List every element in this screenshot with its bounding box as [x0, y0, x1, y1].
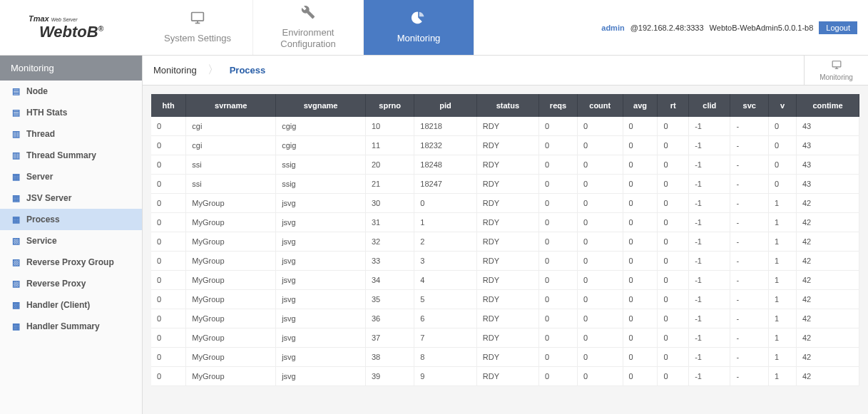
admin-user[interactable]: admin — [601, 24, 624, 32]
table-row[interactable]: 0ssissig2018248RDY0000-1-043 — [151, 155, 859, 175]
table-row[interactable]: 0MyGroupjsvg333RDY0000-1-142 — [151, 252, 859, 271]
cell-contime: 43 — [796, 117, 859, 136]
cell-sprno: 34 — [365, 271, 414, 290]
cell-svc: - — [730, 175, 769, 194]
cell-status: RDY — [476, 271, 538, 290]
breadcrumb-current: Process — [230, 65, 266, 76]
col-pid[interactable]: pid — [414, 94, 476, 117]
table-row[interactable]: 0MyGroupjsvg344RDY0000-1-142 — [151, 271, 859, 290]
cell-v: 1 — [769, 194, 797, 213]
sidebar-item-icon: ▤ — [11, 86, 21, 96]
cell-avg: 0 — [623, 271, 658, 290]
sidebar-item-node[interactable]: ▤Node — [0, 81, 142, 102]
table-row[interactable]: 0cgicgig1018218RDY0000-1-043 — [151, 117, 859, 136]
table-row[interactable]: 0MyGroupjsvg377RDY0000-1-142 — [151, 328, 859, 348]
col-reqs[interactable]: reqs — [539, 94, 578, 117]
table-row[interactable]: 0MyGroupjsvg366RDY0000-1-142 — [151, 309, 859, 328]
col-rt[interactable]: rt — [658, 94, 689, 117]
col-hth[interactable]: hth — [151, 94, 186, 117]
sidebar-item-thread-summary[interactable]: ▥Thread Summary — [0, 145, 142, 166]
breadcrumb: Monitoring 〉 Process — [143, 56, 804, 85]
cell-pid: 6 — [414, 309, 476, 328]
cell-svrname: MyGroup — [186, 232, 276, 252]
version-label: WebtoB-WebAdmin5.0.0.1-b8 — [710, 24, 814, 32]
cell-v: 1 — [769, 367, 797, 386]
cell-reqs: 0 — [539, 252, 578, 271]
table-row[interactable]: 0MyGroupjsvg399RDY0000-1-142 — [151, 367, 859, 386]
sidebar-item-label: Reverse Proxy Group — [26, 257, 114, 267]
cell-svrname: MyGroup — [186, 309, 276, 328]
table-row[interactable]: 0ssissig2118247RDY0000-1-043 — [151, 175, 859, 194]
col-svgname[interactable]: svgname — [276, 94, 366, 117]
col-svrname[interactable]: svrname — [186, 94, 276, 117]
col-svc[interactable]: svc — [730, 94, 769, 117]
cell-avg: 0 — [623, 194, 658, 213]
cell-pid: 8 — [414, 348, 476, 367]
col-v[interactable]: v — [769, 94, 797, 117]
cell-v: 1 — [769, 348, 797, 367]
cell-svgname: ssig — [276, 175, 366, 194]
breadcrumb-root[interactable]: Monitoring — [153, 65, 197, 76]
table-row[interactable]: 0MyGroupjsvg388RDY0000-1-142 — [151, 348, 859, 367]
cell-hth: 0 — [151, 271, 186, 290]
cell-clid: -1 — [689, 194, 730, 213]
table-row[interactable]: 0MyGroupjsvg300RDY0000-1-142 — [151, 194, 859, 213]
col-status[interactable]: status — [476, 94, 538, 117]
sidebar-item-handler-client-[interactable]: ▩Handler (Client) — [0, 294, 142, 316]
cell-clid: -1 — [689, 271, 730, 290]
cell-sprno: 30 — [365, 194, 414, 213]
table-container: hthsvrnamesvgnamesprnopidstatusreqscount… — [143, 86, 868, 395]
cell-hth: 0 — [151, 309, 186, 328]
cell-clid: -1 — [689, 175, 730, 194]
cell-count: 0 — [577, 232, 623, 252]
svg-rect-3 — [832, 61, 841, 66]
cell-status: RDY — [476, 175, 538, 194]
sidebar-item-reverse-proxy[interactable]: ▨Reverse Proxy — [0, 273, 142, 294]
table-row[interactable]: 0MyGroupjsvg355RDY0000-1-142 — [151, 290, 859, 309]
sidebar-item-hth-stats[interactable]: ▤HTH Stats — [0, 102, 142, 123]
cell-status: RDY — [476, 194, 538, 213]
monitoring-badge[interactable]: Monitoring — [804, 56, 868, 85]
cell-contime: 43 — [796, 175, 859, 194]
sidebar-item-server[interactable]: ▦Server — [0, 166, 142, 187]
cell-avg: 0 — [623, 252, 658, 271]
col-clid[interactable]: clid — [689, 94, 730, 117]
tab-environment-configuration[interactable]: Environment Configuration — [253, 0, 364, 55]
cell-svrname: cgi — [186, 136, 276, 155]
cell-reqs: 0 — [539, 271, 578, 290]
sidebar-item-service[interactable]: ▧Service — [0, 230, 142, 252]
table-row[interactable]: 0MyGroupjsvg311RDY0000-1-142 — [151, 213, 859, 232]
cell-svrname: MyGroup — [186, 290, 276, 309]
sidebar-item-handler-summary[interactable]: ▩Handler Summary — [0, 316, 142, 337]
sidebar-item-label: Node — [26, 86, 48, 96]
sidebar-item-reverse-proxy-group[interactable]: ▨Reverse Proxy Group — [0, 252, 142, 273]
col-count[interactable]: count — [577, 94, 623, 117]
table-row[interactable]: 0cgicgig1118232RDY0000-1-043 — [151, 136, 859, 155]
col-avg[interactable]: avg — [623, 94, 658, 117]
sidebar-items: ▤Node▤HTH Stats▥Thread▥Thread Summary▦Se… — [0, 81, 142, 337]
logout-button[interactable]: Logout — [819, 21, 857, 34]
sidebar-item-jsv-server[interactable]: ▦JSV Server — [0, 187, 142, 209]
sidebar-item-icon: ▨ — [11, 257, 21, 267]
cell-hth: 0 — [151, 290, 186, 309]
col-contime[interactable]: contime — [796, 94, 859, 117]
table-header-row: hthsvrnamesvgnamesprnopidstatusreqscount… — [151, 94, 859, 117]
cell-status: RDY — [476, 367, 538, 386]
cell-contime: 43 — [796, 136, 859, 155]
monitor-icon — [830, 60, 843, 72]
sidebar-item-process[interactable]: ▦Process — [0, 209, 142, 230]
cell-pid: 9 — [414, 367, 476, 386]
sidebar-item-label: Service — [26, 236, 57, 246]
sidebar-item-thread[interactable]: ▥Thread — [0, 123, 142, 145]
tab-system-settings[interactable]: System Settings — [143, 0, 253, 55]
cell-svgname: cgig — [276, 136, 366, 155]
cell-reqs: 0 — [539, 136, 578, 155]
table-row[interactable]: 0MyGroupjsvg322RDY0000-1-142 — [151, 232, 859, 252]
cell-contime: 42 — [796, 328, 859, 348]
cell-status: RDY — [476, 155, 538, 175]
cell-hth: 0 — [151, 328, 186, 348]
sidebar-item-label: Handler Summary — [26, 321, 100, 331]
tab-monitoring[interactable]: Monitoring — [364, 0, 474, 55]
cell-rt: 0 — [658, 136, 689, 155]
col-sprno[interactable]: sprno — [365, 94, 414, 117]
